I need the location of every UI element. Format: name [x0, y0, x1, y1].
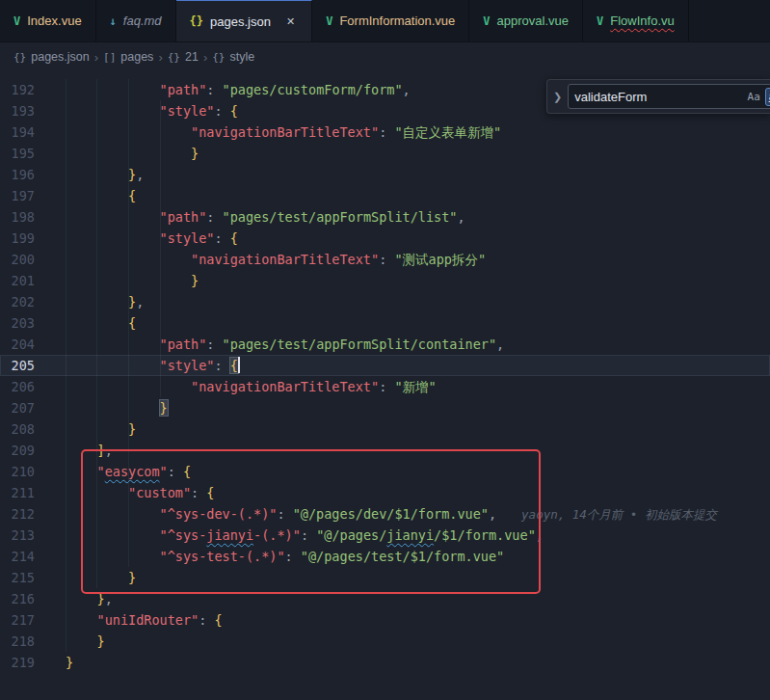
code-line-196[interactable]: 196 }, [0, 164, 770, 185]
tab-forminformation-vue[interactable]: VFormInformation.vue [312, 0, 469, 41]
code-token: "path" [160, 82, 207, 97]
tab-flowinfo-vu[interactable]: VFlowInfo.vu [583, 0, 689, 41]
code-token [66, 273, 191, 288]
code-line-208[interactable]: 208 } [0, 418, 770, 440]
code-token: -(.*)" [253, 527, 301, 543]
code-line-214[interactable]: 214 "^sys-test-(.*)": "@/pages/test/$1/f… [0, 546, 770, 567]
breadcrumb-item-21[interactable]: {}21 [168, 50, 199, 64]
code-token [66, 230, 160, 246]
code-text: { [66, 185, 136, 206]
line-number: 219 [0, 652, 35, 673]
code-text: "path": "pages/test/appFormSplit/list", [66, 206, 465, 228]
find-input-box[interactable]: Aaab.* [568, 84, 770, 109]
code-token: "pages/customForm/form" [223, 82, 403, 97]
code-token [66, 146, 191, 161]
code-token: , [536, 527, 544, 543]
code-token: "navigationBarTitleText" [191, 252, 379, 267]
code-token [66, 315, 128, 331]
line-number: 198 [0, 206, 35, 228]
code-line-201[interactable]: 201 } [0, 270, 770, 291]
code-token: "自定义表单新增" [394, 124, 501, 140]
code-token: } [97, 591, 105, 606]
breadcrumb-separator: › [94, 50, 98, 65]
line-number: 197 [0, 185, 35, 206]
code-token: "path" [160, 337, 207, 352]
code-token: "navigationBarTitleText" [191, 379, 379, 394]
code-line-194[interactable]: 194 "navigationBarTitleText": "自定义表单新增" [0, 121, 770, 143]
code-token: "^sys-test-(.*)" [160, 549, 285, 564]
tab-approval-vue[interactable]: Vapproval.vue [469, 0, 583, 41]
code-line-204[interactable]: 204 "path": "pages/test/appFormSplit/con… [0, 334, 770, 355]
code-token: , [105, 591, 113, 606]
code-token: " [160, 464, 168, 479]
code-line-215[interactable]: 215 } [0, 567, 770, 588]
code-token [66, 464, 97, 479]
code-line-212[interactable]: 212 "^sys-dev-(.*)": "@/pages/dev/$1/for… [0, 503, 770, 525]
code-token: , [489, 506, 496, 522]
code-line-218[interactable]: 218 } [0, 631, 770, 652]
code-line-211[interactable]: 211 "custom": { [0, 482, 770, 503]
line-number: 201 [0, 270, 35, 291]
code-token: "custom" [128, 485, 191, 500]
code-line-216[interactable]: 216 }, [0, 588, 770, 609]
code-line-210[interactable]: 210 "easycom": { [0, 461, 770, 482]
code-token: "navigationBarTitleText" [191, 124, 379, 140]
code-line-219[interactable]: 219} [0, 652, 770, 673]
code-token: "新增" [394, 379, 436, 394]
code-token: } [128, 294, 136, 310]
code-token: yaoyn, 14个月前 • 初始版本提交 [521, 507, 717, 522]
code-line-202[interactable]: 202 }, [0, 291, 770, 312]
tab-pages-json[interactable]: {}pages.json✕ [176, 0, 313, 41]
code-token: easycom [105, 464, 160, 479]
code-line-195[interactable]: 195 } [0, 143, 770, 164]
find-input[interactable] [574, 90, 744, 104]
whole-word-toggle[interactable]: ab [765, 88, 770, 106]
chevron-right-icon[interactable]: ❯ [553, 91, 562, 103]
close-icon[interactable]: ✕ [283, 14, 298, 29]
code-token: : [206, 82, 222, 97]
code-text: }, [66, 588, 113, 609]
code-text: "style": { [66, 228, 238, 249]
code-line-213[interactable]: 213 "^sys-jianyi-(.*)": "@/pages/jianyi/… [0, 525, 770, 546]
vue-icon: V [483, 14, 490, 28]
match-case-toggle[interactable]: Aa [744, 88, 763, 106]
code-line-207[interactable]: 207 } [0, 397, 770, 418]
code-token [66, 527, 160, 543]
breadcrumb-item-style[interactable]: {}style [212, 50, 254, 64]
code-line-197[interactable]: 197 { [0, 185, 770, 206]
code-text: "navigationBarTitleText": "新增" [66, 376, 437, 397]
code-line-206[interactable]: 206 "navigationBarTitleText": "新增" [0, 376, 770, 397]
code-token [66, 209, 160, 225]
code-token [66, 421, 128, 437]
tab-index-vue[interactable]: VIndex.vue [0, 0, 96, 41]
tab-label: faq.md [123, 13, 162, 28]
code-line-198[interactable]: 198 "path": "pages/test/appFormSplit/lis… [0, 206, 770, 228]
code-text: "navigationBarTitleText": "测试app拆分" [66, 249, 486, 270]
code-line-209[interactable]: 209 ], [0, 440, 770, 461]
code-line-200[interactable]: 200 "navigationBarTitleText": "测试app拆分" [0, 249, 770, 270]
code-line-217[interactable]: 217 "uniIdRouter": { [0, 609, 770, 631]
code-token: "pages/test/appFormSplit/container" [223, 337, 496, 352]
line-number: 211 [0, 482, 35, 503]
line-number: 194 [0, 121, 35, 143]
line-number: 210 [0, 461, 35, 482]
line-number: 192 [0, 79, 35, 100]
code-line-199[interactable]: 199 "style": { [0, 228, 770, 249]
code-line-203[interactable]: 203 { [0, 312, 770, 334]
code-text: } [66, 567, 136, 588]
code-token: : [206, 209, 222, 225]
breadcrumb-item-pages[interactable]: []pages [103, 50, 153, 64]
breadcrumb-item-pages-json[interactable]: {}pages.json [13, 50, 90, 64]
line-number: 216 [0, 588, 35, 609]
code-token [66, 485, 128, 500]
code-token: "uniIdRouter" [97, 612, 199, 628]
code-token: { [230, 358, 238, 373]
tab-label: Index.vue [27, 13, 81, 28]
braces-icon: {} [212, 51, 225, 64]
code-token: jianyi [386, 527, 434, 543]
code-token [66, 443, 97, 458]
code-token: : [214, 103, 229, 119]
tab-faq-md[interactable]: ↓faq.md [96, 0, 176, 41]
breadcrumb-label: pages [120, 50, 153, 64]
code-line-205[interactable]: 205 "style": { [0, 355, 770, 376]
